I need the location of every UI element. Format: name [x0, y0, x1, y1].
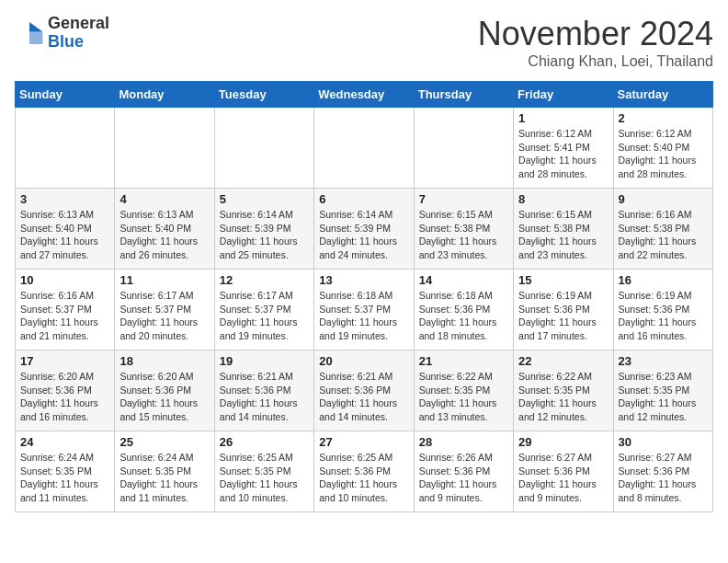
day-info: Sunrise: 6:21 AMSunset: 5:36 PMDaylight:… [319, 370, 408, 424]
day-info: Sunrise: 6:13 AMSunset: 5:40 PMDaylight:… [20, 208, 109, 262]
calendar-cell: 29Sunrise: 6:27 AMSunset: 5:36 PMDayligh… [514, 431, 613, 512]
day-info: Sunrise: 6:22 AMSunset: 5:35 PMDaylight:… [419, 370, 508, 424]
day-of-week-header: Tuesday [214, 82, 313, 108]
calendar-cell: 18Sunrise: 6:20 AMSunset: 5:36 PMDayligh… [115, 350, 214, 431]
day-info: Sunrise: 6:18 AMSunset: 5:37 PMDaylight:… [319, 289, 408, 343]
logo-text: General Blue [48, 15, 109, 52]
day-number: 16 [619, 273, 708, 287]
day-of-week-header: Wednesday [314, 82, 414, 108]
day-info: Sunrise: 6:25 AMSunset: 5:35 PMDaylight:… [220, 451, 309, 505]
day-info: Sunrise: 6:22 AMSunset: 5:35 PMDaylight:… [518, 370, 608, 424]
day-info: Sunrise: 6:19 AMSunset: 5:36 PMDaylight:… [518, 289, 608, 343]
day-number: 4 [119, 192, 209, 206]
day-number: 23 [619, 354, 708, 368]
day-info: Sunrise: 6:23 AMSunset: 5:35 PMDaylight:… [619, 370, 708, 424]
day-number: 24 [20, 435, 109, 449]
day-info: Sunrise: 6:20 AMSunset: 5:36 PMDaylight:… [119, 370, 209, 424]
calendar-cell: 2Sunrise: 6:12 AMSunset: 5:40 PMDaylight… [613, 108, 712, 189]
day-number: 10 [20, 273, 109, 287]
calendar-cell: 22Sunrise: 6:22 AMSunset: 5:35 PMDayligh… [514, 350, 613, 431]
day-info: Sunrise: 6:20 AMSunset: 5:36 PMDaylight:… [20, 370, 109, 424]
month-title: November 2024 [478, 15, 713, 53]
calendar-cell: 16Sunrise: 6:19 AMSunset: 5:36 PMDayligh… [613, 270, 712, 350]
calendar: SundayMondayTuesdayWednesdayThursdayFrid… [15, 81, 713, 512]
day-of-week-header: Monday [115, 82, 214, 108]
logo-icon [15, 18, 44, 48]
calendar-cell: 9Sunrise: 6:16 AMSunset: 5:38 PMDaylight… [613, 189, 712, 270]
day-of-week-header: Friday [514, 82, 613, 108]
calendar-cell [314, 108, 414, 189]
calendar-cell: 26Sunrise: 6:25 AMSunset: 5:35 PMDayligh… [214, 431, 313, 512]
day-number: 29 [518, 435, 608, 449]
day-info: Sunrise: 6:15 AMSunset: 5:38 PMDaylight:… [419, 208, 508, 262]
day-number: 13 [319, 273, 408, 287]
calendar-cell: 23Sunrise: 6:23 AMSunset: 5:35 PMDayligh… [613, 350, 712, 431]
day-info: Sunrise: 6:17 AMSunset: 5:37 PMDaylight:… [220, 289, 309, 343]
day-number: 26 [220, 435, 309, 449]
day-number: 6 [319, 192, 408, 206]
calendar-cell: 10Sunrise: 6:16 AMSunset: 5:37 PMDayligh… [16, 270, 115, 350]
calendar-cell: 7Sunrise: 6:15 AMSunset: 5:38 PMDaylight… [414, 189, 513, 270]
calendar-cell: 28Sunrise: 6:26 AMSunset: 5:36 PMDayligh… [414, 431, 513, 512]
day-info: Sunrise: 6:24 AMSunset: 5:35 PMDaylight:… [119, 451, 209, 505]
day-info: Sunrise: 6:16 AMSunset: 5:38 PMDaylight:… [619, 208, 708, 262]
calendar-cell: 11Sunrise: 6:17 AMSunset: 5:37 PMDayligh… [115, 270, 214, 350]
calendar-cell: 8Sunrise: 6:15 AMSunset: 5:38 PMDaylight… [514, 189, 613, 270]
page-header: General Blue November 2024 Chiang Khan, … [15, 15, 713, 70]
day-info: Sunrise: 6:12 AMSunset: 5:41 PMDaylight:… [518, 127, 608, 181]
calendar-cell: 12Sunrise: 6:17 AMSunset: 5:37 PMDayligh… [214, 270, 313, 350]
calendar-cell: 1Sunrise: 6:12 AMSunset: 5:41 PMDaylight… [514, 108, 613, 189]
day-info: Sunrise: 6:15 AMSunset: 5:38 PMDaylight:… [518, 208, 608, 262]
day-info: Sunrise: 6:14 AMSunset: 5:39 PMDaylight:… [319, 208, 408, 262]
day-number: 19 [220, 354, 309, 368]
calendar-cell: 3Sunrise: 6:13 AMSunset: 5:40 PMDaylight… [16, 189, 115, 270]
day-info: Sunrise: 6:25 AMSunset: 5:36 PMDaylight:… [319, 451, 408, 505]
day-number: 3 [20, 192, 109, 206]
day-info: Sunrise: 6:18 AMSunset: 5:36 PMDaylight:… [419, 289, 508, 343]
calendar-cell: 15Sunrise: 6:19 AMSunset: 5:36 PMDayligh… [514, 270, 613, 350]
day-info: Sunrise: 6:13 AMSunset: 5:40 PMDaylight:… [119, 208, 209, 262]
day-info: Sunrise: 6:17 AMSunset: 5:37 PMDaylight:… [119, 289, 209, 343]
day-number: 8 [518, 192, 608, 206]
calendar-cell: 19Sunrise: 6:21 AMSunset: 5:36 PMDayligh… [214, 350, 313, 431]
logo-blue: Blue [48, 32, 84, 51]
calendar-cell: 14Sunrise: 6:18 AMSunset: 5:36 PMDayligh… [414, 270, 513, 350]
day-info: Sunrise: 6:14 AMSunset: 5:39 PMDaylight:… [220, 208, 309, 262]
calendar-header: SundayMondayTuesdayWednesdayThursdayFrid… [16, 82, 713, 108]
location: Chiang Khan, Loei, Thailand [478, 53, 713, 70]
day-number: 14 [419, 273, 508, 287]
day-number: 1 [518, 111, 608, 125]
calendar-cell [414, 108, 513, 189]
day-info: Sunrise: 6:27 AMSunset: 5:36 PMDaylight:… [619, 451, 708, 505]
svg-marker-0 [29, 22, 42, 31]
logo-general: General [48, 14, 109, 32]
calendar-cell: 21Sunrise: 6:22 AMSunset: 5:35 PMDayligh… [414, 350, 513, 431]
calendar-cell: 20Sunrise: 6:21 AMSunset: 5:36 PMDayligh… [314, 350, 414, 431]
calendar-cell: 5Sunrise: 6:14 AMSunset: 5:39 PMDaylight… [214, 189, 313, 270]
day-info: Sunrise: 6:21 AMSunset: 5:36 PMDaylight:… [220, 370, 309, 424]
day-info: Sunrise: 6:24 AMSunset: 5:35 PMDaylight:… [20, 451, 109, 505]
day-info: Sunrise: 6:26 AMSunset: 5:36 PMDaylight:… [419, 451, 508, 505]
day-number: 7 [419, 192, 508, 206]
day-number: 15 [518, 273, 608, 287]
day-info: Sunrise: 6:19 AMSunset: 5:36 PMDaylight:… [619, 289, 708, 343]
day-number: 2 [619, 111, 708, 125]
day-of-week-header: Sunday [16, 82, 115, 108]
calendar-cell: 17Sunrise: 6:20 AMSunset: 5:36 PMDayligh… [16, 350, 115, 431]
day-number: 25 [119, 435, 209, 449]
day-number: 22 [518, 354, 608, 368]
day-of-week-header: Saturday [613, 82, 712, 108]
day-number: 17 [20, 354, 109, 368]
day-number: 5 [220, 192, 309, 206]
day-number: 11 [119, 273, 209, 287]
logo: General Blue [15, 15, 109, 52]
calendar-cell [16, 108, 115, 189]
title-block: November 2024 Chiang Khan, Loei, Thailan… [478, 15, 713, 70]
calendar-cell: 6Sunrise: 6:14 AMSunset: 5:39 PMDaylight… [314, 189, 414, 270]
svg-marker-1 [29, 31, 42, 44]
calendar-cell: 27Sunrise: 6:25 AMSunset: 5:36 PMDayligh… [314, 431, 414, 512]
day-number: 20 [319, 354, 408, 368]
day-info: Sunrise: 6:16 AMSunset: 5:37 PMDaylight:… [20, 289, 109, 343]
day-number: 9 [619, 192, 708, 206]
calendar-cell: 13Sunrise: 6:18 AMSunset: 5:37 PMDayligh… [314, 270, 414, 350]
